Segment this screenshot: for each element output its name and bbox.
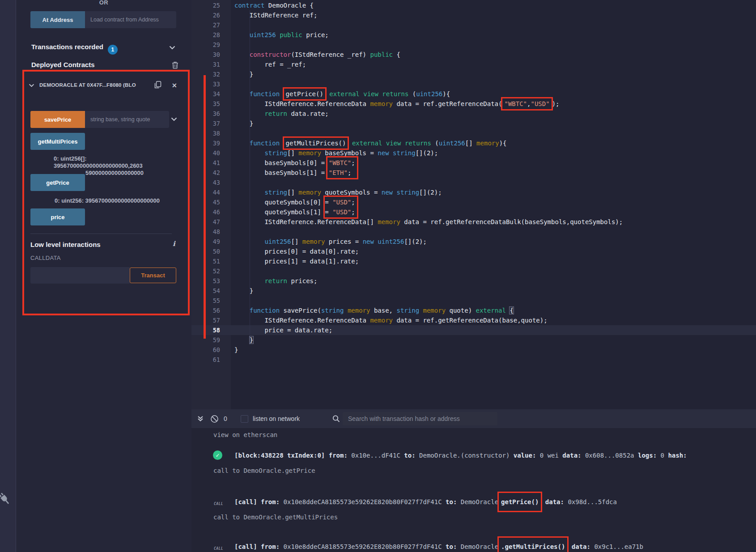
calldata-input[interactable] (30, 267, 130, 284)
terminal-transaction-entry[interactable]: CALL[call] from: 0x10e8ddeCA8185573e5926… (191, 542, 756, 552)
transact-button[interactable]: Transact (130, 268, 176, 283)
at-address-input[interactable] (85, 11, 176, 28)
transactions-recorded-header[interactable]: Transactions recorded1 (31, 43, 118, 55)
code-line[interactable]: 26 IStdReference ref; (191, 10, 756, 20)
at-address-button[interactable]: At Address (30, 11, 85, 28)
copy-address-icon[interactable] (154, 81, 161, 89)
save-price-args-input[interactable] (85, 111, 169, 128)
save-price-expand-chevron-icon[interactable] (171, 117, 177, 121)
code-line[interactable]: 58 price = data.rate; (191, 325, 756, 335)
code-line[interactable]: 28 uint256 public price; (191, 30, 756, 40)
code-token: string (396, 307, 419, 314)
terminal-text-line: view on etherscan (191, 431, 756, 439)
line-number: 26 (191, 10, 220, 20)
code-line[interactable]: 32 } (191, 69, 756, 79)
code-line[interactable]: 45 quoteSymbols[0] = "USD"; (191, 197, 756, 207)
code-line[interactable]: 56 function savePrice(string memory base… (191, 306, 756, 315)
listen-on-network-label: listen on network (253, 409, 300, 428)
line-number: 52 (191, 266, 220, 276)
annotation-red-box: "WBTC","USD" (501, 97, 552, 110)
code-token: baseSymbols[0] = (234, 159, 329, 166)
code-line[interactable]: 36 return data.rate; (191, 109, 756, 119)
deployed-contract-header[interactable]: DEMOORACLE AT 0X47F...F8080 (BLO ✕ (29, 81, 181, 92)
code-token: memory (298, 149, 321, 157)
terminal-transaction-entry[interactable]: ✓[block:438228 txIndex:0] from: 0x10e...… (191, 450, 756, 460)
code-line[interactable]: 37 } (191, 119, 756, 128)
contract-expand-chevron-icon[interactable] (29, 84, 34, 87)
code-line[interactable]: 42 baseSymbols[1] = "ETH"; (191, 168, 756, 178)
transactions-chevron-down-icon[interactable] (169, 46, 175, 50)
terminal-text-line: call to DemoOracle.getMultiPrices (191, 513, 756, 521)
info-icon[interactable]: i (173, 240, 175, 248)
code-line[interactable]: 27 (191, 20, 756, 30)
code-line[interactable]: 49 uint256[] memory prices = new uint256… (191, 237, 756, 246)
code-token: "ETH" (329, 169, 348, 176)
get-multi-prices-button[interactable]: getMultiPrices (30, 133, 85, 150)
code-line[interactable]: 52 (191, 266, 756, 276)
code-token: new (363, 238, 374, 245)
code-token: memory (302, 238, 325, 245)
code-token (360, 90, 363, 98)
code-line[interactable]: 57 IStdReference.ReferenceData memory da… (191, 315, 756, 325)
code-token: "WBTC" (504, 100, 527, 107)
code-line[interactable]: 40 string[] memory baseSymbols = new str… (191, 148, 756, 158)
code-line[interactable]: 54 } (191, 286, 756, 296)
line-number: 41 (191, 158, 220, 168)
code-line[interactable]: 44 string[] memory quoteSymbols = new st… (191, 187, 756, 197)
code-line[interactable]: 59 } (191, 335, 756, 345)
code-line[interactable]: 35 IStdReference.ReferenceData memory da… (191, 99, 756, 109)
terminal-text-segment: to: (446, 543, 457, 550)
clear-console-icon[interactable] (210, 409, 219, 428)
code-line[interactable]: 38 (191, 128, 756, 138)
remove-contract-icon[interactable]: ✕ (172, 82, 177, 89)
code-line[interactable]: 34 function getPrice() external view ret… (191, 89, 756, 99)
code-line[interactable]: 53 return prices; (191, 276, 756, 286)
terminal-log[interactable]: view on etherscan✓[block:438228 txIndex:… (191, 428, 756, 552)
code-line[interactable]: 60} (191, 345, 756, 355)
get-price-button[interactable]: getPrice (30, 174, 85, 191)
code-token: savePrice( (280, 307, 321, 314)
code-line[interactable]: 61 (191, 355, 756, 365)
line-number: 61 (191, 355, 220, 365)
code-token: [] (291, 238, 302, 245)
code-token: } (234, 120, 253, 127)
deployed-contract-title: DEMOORACLE AT 0X47F...F8080 (BLO (39, 82, 151, 88)
code-line[interactable]: 31 ref = _ref; (191, 59, 756, 69)
collapse-terminal-icon[interactable] (197, 409, 204, 428)
code-editor[interactable]: 25contract DemoOracle {26 IStdReference … (191, 0, 756, 409)
code-line[interactable]: 50 prices[0] = data[0].rate; (191, 246, 756, 256)
code-line[interactable]: 39 function getMultiPrices() external vi… (191, 138, 756, 148)
code-token: IStdReference.ReferenceData (234, 317, 370, 324)
code-line[interactable]: 29 (191, 40, 756, 50)
code-token: new (382, 189, 393, 196)
code-line[interactable]: 46 quoteSymbols[1] = "USD"; (191, 207, 756, 217)
code-line[interactable]: 55 (191, 296, 756, 306)
terminal-transaction-entry[interactable]: CALL[call] from: 0x10e8ddeCA8185573e5926… (191, 497, 756, 507)
line-number: 51 (191, 256, 220, 266)
code-line[interactable]: 30 constructor(IStdReference _ref) publi… (191, 50, 756, 59)
code-line[interactable]: 48 (191, 227, 756, 237)
code-line[interactable]: 41 baseSymbols[0] = "WBTC"; (191, 158, 756, 168)
save-price-button[interactable]: savePrice (30, 111, 85, 128)
code-token: string (264, 189, 287, 196)
code-token: data = ref.getReferenceData(base,quote); (393, 317, 548, 324)
code-token: function (250, 307, 280, 314)
code-line[interactable]: 51 prices[1] = data[1].rate; (191, 256, 756, 266)
code-token: ; (351, 159, 355, 166)
price-button[interactable]: price (30, 208, 85, 225)
code-line[interactable]: 43 (191, 178, 756, 187)
code-line[interactable]: 47 IStdReference.ReferenceData[] memory … (191, 217, 756, 227)
terminal-search-input[interactable] (343, 412, 497, 425)
code-token (234, 149, 264, 157)
terminal-text-segment: 0x608...0852a (582, 452, 638, 459)
code-token: baseSymbols[1] = (234, 169, 329, 176)
trash-icon[interactable] (172, 61, 178, 69)
code-token: contract (234, 2, 264, 9)
code-line[interactable]: 25contract DemoOracle { (191, 0, 756, 10)
annotation-red-box: getPrice() (283, 87, 327, 101)
plugin-manager-icon[interactable] (0, 488, 15, 510)
code-token: } (234, 346, 238, 353)
code-line[interactable]: 33 (191, 79, 756, 89)
listen-on-network-checkbox[interactable] (241, 415, 248, 423)
terminal-text-segment: 0 wei (536, 452, 562, 459)
